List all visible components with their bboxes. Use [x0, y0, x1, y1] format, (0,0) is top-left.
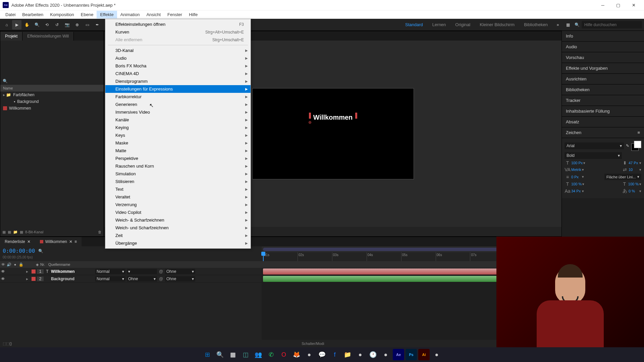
bit-depth-label[interactable]: 8-Bit-Kanal [25, 230, 43, 234]
interpret-icon[interactable]: ▦ [2, 230, 6, 234]
hscale-field[interactable]: T100 %▾ [622, 181, 641, 187]
menu-item[interactable]: Einstellungen für Expressions▶ [105, 85, 251, 93]
baseline-field[interactable]: Aa34 Px▾ [565, 188, 584, 194]
menu-bearbeiten[interactable]: Bearbeiten [19, 11, 47, 18]
workspace-standard[interactable]: Standard [400, 20, 428, 29]
taskbar-firefox-icon[interactable]: 🦊 [291, 349, 302, 360]
menu-animation[interactable]: Animation [117, 11, 143, 18]
text-handle-right[interactable] [355, 113, 357, 119]
taskbar-facebook-icon[interactable]: f [329, 349, 340, 360]
text-handle-left[interactable] [309, 113, 311, 119]
menu-effekte[interactable]: Effekte [97, 11, 117, 18]
menu-item[interactable]: Verzerrung▶ [105, 201, 251, 208]
menu-item[interactable]: Zeit▶ [105, 232, 251, 239]
help-search-input[interactable] [582, 21, 642, 28]
taskbar-app4-icon[interactable]: ● [431, 349, 442, 360]
close-button[interactable]: ✕ [626, 0, 641, 10]
panel-toggle-icon[interactable]: ▦ [563, 20, 573, 29]
timeline-footer-icon[interactable]: ⬚ [3, 342, 6, 346]
bpc-icon[interactable]: ▦ [8, 230, 11, 234]
menu-item[interactable]: Simulation▶ [105, 170, 251, 178]
menu-item[interactable]: Audio▶ [105, 54, 251, 62]
menu-item[interactable]: Generieren▶ [105, 101, 251, 108]
tracking-field[interactable]: ⇄10▾ [622, 167, 641, 172]
lock-column-icon[interactable]: 🔒 [18, 262, 24, 267]
taskbar-files-icon[interactable]: 📁 [342, 349, 353, 360]
orbit-tool[interactable]: ⟲ [42, 20, 52, 29]
timeline-tab[interactable]: Renderliste ✕ [0, 237, 35, 246]
comp-icon[interactable]: ▦ [20, 230, 23, 234]
panel-header-info[interactable]: Info [562, 31, 644, 42]
layer-name[interactable]: Background [51, 277, 95, 281]
blend-mode-dropdown[interactable]: Normal ▾ [95, 269, 125, 274]
panel-header-vorschau[interactable]: Vorschau [562, 52, 644, 63]
menu-item[interactable]: Maske▶ [105, 139, 251, 147]
menu-item[interactable]: Keying▶ [105, 124, 251, 131]
current-timecode[interactable]: 0:00:00:00 [3, 248, 35, 254]
font-size-field[interactable]: T100 Px▾ [565, 160, 585, 166]
taskbar-widgets-icon[interactable]: ◫ [240, 349, 251, 360]
workspace-lernen[interactable]: Lernen [428, 20, 450, 29]
trash-icon[interactable]: 🗑 [98, 230, 102, 234]
solo-column-icon[interactable]: ● [12, 262, 18, 266]
timeline-footer-icon[interactable]: ⬚ [6, 342, 9, 346]
project-tab[interactable]: Projekt [0, 32, 22, 41]
menu-item[interactable]: CINEMA 4D▶ [105, 70, 251, 77]
menu-ebene[interactable]: Ebene [77, 11, 97, 18]
taskbar-taskview-icon[interactable]: ▦ [227, 349, 238, 360]
project-item[interactable]: ▸ 📁Farbflächen [0, 92, 104, 98]
parent-dropdown[interactable]: Ohne ▾ [165, 276, 195, 282]
taskbar-windows-icon[interactable]: ⊞ [202, 349, 213, 360]
playhead[interactable] [263, 252, 264, 261]
taskbar-ae-icon[interactable]: Ae [393, 349, 404, 360]
menu-item[interactable]: Farbkorrektur▶ [105, 93, 251, 101]
taskbar-opera-icon[interactable]: O [278, 349, 289, 360]
color-swatch[interactable] [631, 141, 641, 151]
tsume-field[interactable]: あ0 %▾ [622, 188, 641, 194]
twirl-icon[interactable]: ▸ [24, 277, 30, 281]
zoom-tool[interactable]: 🔍 [32, 20, 42, 29]
track-matte-dropdown[interactable]: ▾ [127, 269, 157, 274]
project-item[interactable]: ▪Background [0, 98, 104, 105]
home-button[interactable]: ⌂ [2, 20, 11, 29]
character-panel-header[interactable]: Zeichen≡ [562, 127, 644, 138]
hand-tool[interactable]: ✋ [22, 20, 32, 29]
text-layer-display[interactable]: Willkommen [313, 114, 353, 121]
eyedropper-icon[interactable]: ✎ [626, 143, 629, 148]
shape-tool[interactable]: ▭ [83, 20, 92, 29]
menu-datei[interactable]: Datei [2, 11, 19, 18]
timeline-tab[interactable]: Willkommen ✕ ≡ [35, 237, 82, 246]
taskbar-ai-icon[interactable]: Ai [418, 349, 430, 360]
visibility-toggle[interactable]: 👁 [0, 277, 6, 281]
track-matte-dropdown[interactable]: Ohne ▾ [127, 276, 157, 282]
eye-column-icon[interactable]: 👁 [0, 262, 6, 266]
audio-column-icon[interactable]: 🔊 [6, 262, 12, 267]
maximize-button[interactable]: ▢ [610, 0, 626, 10]
folder-icon[interactable]: 📁 [13, 230, 18, 234]
stroke-field[interactable]: ≡0 Px▾ [565, 174, 584, 180]
panel-header-inhaltsbasierte-füllung[interactable]: Inhaltsbasierte Füllung [562, 106, 644, 117]
visibility-toggle[interactable]: 👁 [0, 269, 6, 274]
menu-hilfe[interactable]: Hilfe [185, 11, 201, 18]
timeline-footer-icon[interactable]: {} [9, 342, 12, 346]
taskbar-app2-icon[interactable]: ● [355, 349, 366, 360]
menu-item[interactable]: Dienstprogramm▶ [105, 77, 251, 85]
panel-header-audio[interactable]: Audio [562, 42, 644, 52]
windows-taskbar[interactable]: ⊞🔍▦◫👥✆O🦊●💬f📁●🕐●AePsAi● [0, 347, 644, 362]
menu-item[interactable]: 3D-Kanal▶ [105, 47, 251, 54]
menu-item[interactable]: KurvenStrg+Alt+Umschalt+E [105, 28, 251, 36]
menu-fenster[interactable]: Fenster [164, 11, 185, 18]
menu-item[interactable]: Matte▶ [105, 147, 251, 155]
blend-mode-dropdown[interactable]: Normal ▾ [95, 276, 125, 282]
panel-header-tracker[interactable]: Tracker [562, 95, 644, 106]
vscale-field[interactable]: T100 %▾ [565, 181, 584, 187]
taskbar-whatsapp-icon[interactable]: ✆ [265, 349, 277, 360]
menu-item[interactable]: Video Copilot▶ [105, 208, 251, 216]
workspace-kleiner bildschirm[interactable]: Kleiner Bildschirm [475, 20, 519, 29]
taskbar-messenger-icon[interactable]: 💬 [316, 349, 328, 360]
taskbar-clock-icon[interactable]: 🕐 [367, 349, 379, 360]
menu-item[interactable]: Text▶ [105, 185, 251, 193]
stroke-order-dropdown[interactable]: Fläche über Lini...▾ [604, 174, 641, 180]
camera-tool[interactable]: 📷 [62, 20, 72, 29]
menu-item[interactable]: Perspektive▶ [105, 155, 251, 162]
